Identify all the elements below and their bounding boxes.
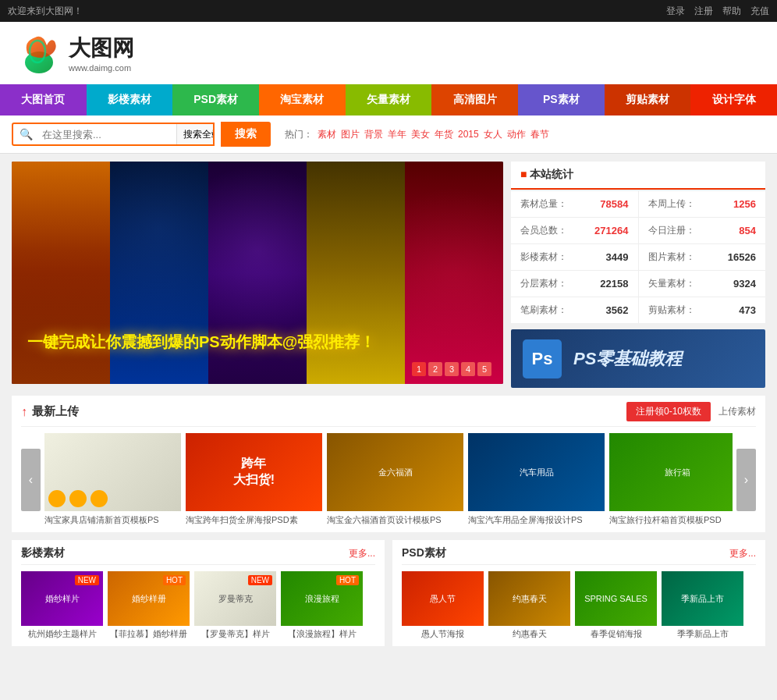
hot-label: 热门： [285,128,313,141]
nav-home[interactable]: 大图首页 [0,84,87,115]
carousel-next-btn[interactable]: › [736,449,756,511]
yinglou-title: 影楼素材 [21,546,65,560]
carousel-item-label-3: 淘宝汽车用品全屏海报设计PS [468,514,605,526]
hot-tag-beijing[interactable]: 背景 [364,128,383,141]
stat-label-week: 本周上传： [648,197,695,211]
carousel-item-label-2: 淘宝金六福酒首页设计模板PS [327,514,463,526]
search-bar: 🔍 搜索全站 搜索 热门： 素材 图片 背景 羊年 美女 年货 2015 女人 … [0,115,777,154]
psd-grid: 愚人节 愚人节海报 约惠春天 约惠春天 SPRING SALES 春季促销海报 … [402,571,756,640]
carousel-item-0[interactable]: 淘宝家具店铺清新首页模板PS [44,433,181,526]
psd-item-0[interactable]: 愚人节 愚人节海报 [402,571,484,640]
ps-tutorial-banner[interactable]: Ps PS零基础教程 [511,329,765,388]
site-name: 大图网 [69,34,134,63]
top-bar: 欢迎来到大图网！ 登录 注册 帮助 充值 [0,0,777,22]
banner-title: 一键完成让你震撼到爆的PS动作脚本@强烈推荐！ [27,332,488,353]
yinglou-item-3[interactable]: 浪漫旅程 HOT 【浪漫旅程】样片 [281,571,363,640]
nav-psd[interactable]: PSD素材 [172,84,259,115]
hot-tag-sucai[interactable]: 素材 [318,128,336,141]
hot-tag-chunjie[interactable]: 春节 [530,128,549,141]
latest-title-text: 最新上传 [32,404,79,419]
carousel-wrap: ‹ 淘宝家具店铺清新首页模板PS 跨年大扫货! 淘宝跨年扫货全屏海报PSD素 [21,433,756,526]
stat-label-jiantie: 剪贴素材： [648,304,695,317]
hot-tag-nianhuo[interactable]: 年货 [435,128,453,141]
banner-section: 一键完成让你震撼到爆的PS动作脚本@强烈推荐！ 1 2 3 4 5 [12,162,503,388]
yinglou-more[interactable]: 更多... [349,547,375,560]
login-link[interactable]: 登录 [666,5,685,18]
psd-section: PSD素材 更多... 愚人节 愚人节海报 约惠春天 约惠春天 SPRING S… [392,540,765,646]
psd-more[interactable]: 更多... [729,547,756,560]
carousel-item-1[interactable]: 跨年大扫货! 淘宝跨年扫货全屏海报PSD素 [186,433,322,526]
banner-dot-5[interactable]: 5 [477,362,491,376]
hot-tag-meinv[interactable]: 美女 [411,128,430,141]
psd-label-1: 约惠春天 [488,628,570,640]
header: 大图网 www.daimg.com [0,22,777,84]
yinglou-label-1: 【菲拉慕】婚纱样册 [108,628,190,640]
carousel-item-2[interactable]: 金六福酒 淘宝金六福酒首页设计模板PS [327,433,463,526]
banner-dot-4[interactable]: 4 [461,362,475,376]
stat-value-today: 854 [739,225,756,236]
banner-dot-3[interactable]: 3 [445,362,459,376]
carousel-prev-btn[interactable]: ‹ [21,449,41,511]
stat-label-fenceng: 分层素材： [520,277,567,290]
stat-value-shiliang: 9324 [733,278,756,290]
register-btn[interactable]: 注册领0-10权数 [626,402,711,421]
stat-value-tupian: 16526 [728,251,756,263]
psd-item-1[interactable]: 约惠春天 约惠春天 [488,571,570,640]
stat-cell-bishua: 笔刷素材： 3562 [511,297,638,323]
hot-tag-yangnian[interactable]: 羊年 [388,128,406,141]
banner-dots: 1 2 3 4 5 [412,362,491,376]
stat-cell-total: 素材总量： 78584 [511,191,638,217]
banner-dot-1[interactable]: 1 [412,362,426,376]
nav-zitiyu[interactable]: 设计字体 [690,84,777,115]
banner-dot-2[interactable]: 2 [428,362,442,376]
banner[interactable]: 一键完成让你震撼到爆的PS动作脚本@强烈推荐！ 1 2 3 4 5 [12,162,503,384]
upload-btn[interactable]: 上传素材 [718,405,756,418]
yinglou-item-2[interactable]: 罗曼蒂克 NEW 【罗曼蒂克】样片 [194,571,276,640]
stat-label-yinglou: 影楼素材： [520,251,567,264]
hot-tag-dongzuo[interactable]: 动作 [507,128,526,141]
carousel-item-3[interactable]: 汽车用品 淘宝汽车用品全屏海报设计PS [468,433,605,526]
nav-gaoqing[interactable]: 高清图片 [431,84,518,115]
latest-actions: 注册领0-10权数 上传素材 [626,402,756,421]
carousel-item-label-0: 淘宝家具店铺清新首页模板PS [44,514,181,526]
help-link[interactable]: 帮助 [722,5,741,18]
stat-value-fenceng: 22158 [600,278,628,290]
search-input[interactable] [39,125,176,144]
carousel-items: 淘宝家具店铺清新首页模板PS 跨年大扫货! 淘宝跨年扫货全屏海报PSD素 金六福… [44,433,733,526]
nav-jiantie[interactable]: 剪贴素材 [605,84,691,115]
recharge-link[interactable]: 充值 [750,5,769,18]
nav-shiliang[interactable]: 矢量素材 [346,84,432,115]
carousel-item-4[interactable]: 旅行箱 淘宝旅行拉杆箱首页模板PSD [609,433,733,526]
psd-item-2[interactable]: SPRING SALES 春季促销海报 [575,571,657,640]
stat-label-members: 会员总数： [520,224,567,237]
search-input-wrap: 🔍 搜索全站 [12,123,215,146]
logo-icon [16,30,62,76]
nav-yingbao[interactable]: 影楼素材 [87,84,173,115]
register-link[interactable]: 注册 [694,5,713,18]
yinglou-section: 影楼素材 更多... 婚纱样片 NEW 杭州婚纱主题样片 婚纱样册 HOT 【菲… [12,540,385,646]
main-nav: 大图首页 影楼素材 PSD素材 淘宝素材 矢量素材 高清图片 PS素材 剪贴素材… [0,84,777,115]
stats-panel: 本站统计 素材总量： 78584 本周上传： 1256 会员总数： 271264… [511,162,765,388]
nav-ps[interactable]: PS素材 [518,84,605,115]
yinglou-item-1[interactable]: 婚纱样册 HOT 【菲拉慕】婚纱样册 [108,571,190,640]
hot-tag-2015[interactable]: 2015 [458,129,479,140]
stats-title: 本站统计 [511,162,765,190]
stat-label-tupian: 图片素材： [648,251,695,264]
nav-taobao[interactable]: 淘宝素材 [259,84,346,115]
site-url: www.daimg.com [69,63,134,73]
logo[interactable]: 大图网 www.daimg.com [16,30,134,76]
psd-title: PSD素材 [402,546,446,560]
hot-tag-nvren[interactable]: 女人 [484,128,502,141]
carousel-item-label-4: 淘宝旅行拉杆箱首页模板PSD [609,514,733,526]
search-icon: 🔍 [13,124,39,144]
latest-title: ↑ 最新上传 [21,404,79,419]
hot-tag-tupian[interactable]: 图片 [341,128,360,141]
stat-value-total: 78584 [600,198,628,210]
search-scope-select[interactable]: 搜索全站 [176,124,215,144]
yinglou-label-3: 【浪漫旅程】样片 [281,628,363,640]
psd-item-3[interactable]: 季新品上市 季季新品上市 [662,571,743,640]
search-button[interactable]: 搜索 [221,122,271,147]
stat-value-week: 1256 [733,198,756,210]
stat-value-yinglou: 3449 [606,251,629,263]
yinglou-item-0[interactable]: 婚纱样片 NEW 杭州婚纱主题样片 [21,571,103,640]
